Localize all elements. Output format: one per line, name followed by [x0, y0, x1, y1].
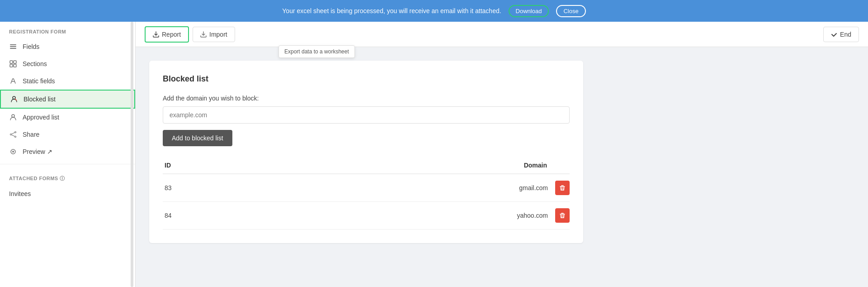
download-icon	[153, 31, 159, 38]
content-area: Report Import Export data to a worksheet…	[136, 22, 868, 287]
sidebar-item-label: Blocked list	[24, 96, 56, 103]
svg-point-9	[15, 132, 16, 133]
sidebar-item-approved-list[interactable]: Approved list	[0, 109, 135, 126]
import-icon	[200, 31, 207, 38]
sidebar-item-preview[interactable]: Preview ↗	[0, 143, 135, 160]
trash-icon	[559, 185, 566, 191]
sidebar-item-sections[interactable]: Sections	[0, 55, 135, 72]
end-label: End	[840, 31, 851, 38]
sidebar-item-label: Fields	[23, 43, 39, 50]
download-button[interactable]: Download	[509, 5, 549, 17]
notification-bar: Your excel sheet is being processed, you…	[0, 0, 868, 22]
svg-point-13	[12, 151, 14, 153]
svg-rect-4	[14, 61, 16, 63]
table-row: 83 gmail.com	[163, 174, 570, 202]
sidebar: REGISTRATION FORM Fields Sections Static…	[0, 22, 136, 287]
sections-icon	[9, 60, 17, 68]
sidebar-item-blocked-list[interactable]: Blocked list	[0, 90, 135, 109]
share-icon	[9, 130, 17, 139]
toolbar: Report Import Export data to a worksheet…	[136, 22, 868, 47]
sidebar-item-share[interactable]: Share	[0, 126, 135, 143]
svg-point-11	[10, 134, 12, 135]
notification-message: Your excel sheet is being processed, you…	[282, 7, 501, 14]
svg-rect-3	[10, 61, 13, 63]
blocked-list-icon	[10, 95, 18, 103]
svg-rect-2	[10, 48, 16, 49]
svg-rect-1	[10, 46, 16, 47]
close-button[interactable]: Close	[556, 5, 585, 17]
add-to-blocked-list-button[interactable]: Add to blocked list	[163, 130, 232, 146]
domain-input[interactable]	[163, 106, 570, 124]
static-fields-icon	[9, 77, 17, 85]
blocked-list-table: ID Domain 83 gmail.com 84	[163, 157, 570, 230]
sidebar-item-label: Approved list	[23, 114, 59, 121]
tooltip: Export data to a worksheet	[278, 45, 355, 58]
svg-point-8	[12, 115, 14, 117]
table-row: 84 yahoo.com	[163, 202, 570, 230]
preview-icon	[9, 148, 17, 156]
sidebar-item-label: Static fields	[23, 77, 55, 85]
col-id-header: ID	[163, 162, 253, 169]
cell-domain: gmail.com	[253, 184, 548, 191]
cell-id: 83	[163, 184, 253, 191]
form-label: Add the domain you wish to block:	[163, 95, 570, 102]
table-header: ID Domain	[163, 157, 570, 174]
approved-list-icon	[9, 113, 17, 121]
trash-icon	[559, 212, 566, 219]
fields-icon	[9, 43, 17, 51]
scroll-indicator[interactable]	[131, 22, 133, 287]
cell-id: 84	[163, 212, 253, 219]
sidebar-item-label: Sections	[23, 60, 47, 67]
sidebar-section-title: REGISTRATION FORM	[0, 22, 135, 38]
main-layout: REGISTRATION FORM Fields Sections Static…	[0, 22, 868, 287]
cell-domain: yahoo.com	[253, 212, 548, 219]
sidebar-item-fields[interactable]: Fields	[0, 38, 135, 55]
delete-row-1-button[interactable]	[555, 208, 570, 223]
svg-point-10	[15, 136, 16, 138]
import-label: Import	[209, 31, 227, 38]
end-button[interactable]: End	[823, 27, 859, 42]
sidebar-divider	[0, 164, 135, 164]
sidebar-item-static-fields[interactable]: Static fields	[0, 72, 135, 90]
import-button[interactable]: Import	[193, 27, 235, 42]
page-content: Blocked list Add the domain you wish to …	[136, 47, 868, 287]
svg-rect-6	[14, 64, 16, 67]
svg-rect-5	[10, 64, 13, 67]
blocked-list-card: Blocked list Add the domain you wish to …	[149, 61, 583, 243]
card-title: Blocked list	[163, 74, 570, 84]
col-domain-header: Domain	[253, 162, 570, 169]
sidebar-item-invitees[interactable]: Invitees	[0, 186, 135, 202]
sidebar-item-label: Preview ↗	[23, 148, 52, 155]
toolbar-left: Report Import Export data to a worksheet	[145, 26, 235, 43]
svg-rect-0	[10, 44, 16, 45]
delete-row-0-button[interactable]	[555, 181, 570, 195]
report-button[interactable]: Report	[145, 26, 189, 43]
sidebar-item-label: Invitees	[9, 190, 31, 197]
sidebar-item-label: Share	[23, 131, 39, 138]
attached-section-title: ATTACHED FORMS ⓘ	[0, 168, 135, 186]
report-label: Report	[162, 31, 181, 38]
check-icon	[831, 31, 837, 38]
